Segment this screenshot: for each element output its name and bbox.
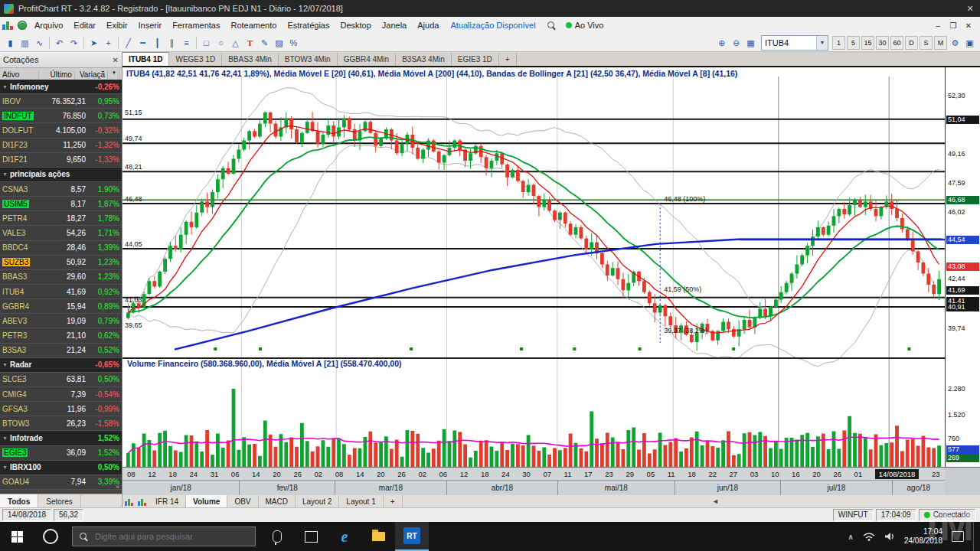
file-explorer-button[interactable] [361, 522, 395, 551]
quote-row[interactable]: PETR321,100,62% [0, 328, 122, 343]
timeframe-button-30[interactable]: 30 [876, 36, 889, 50]
update-available-link[interactable]: Atualização Disponível [444, 21, 541, 30]
indicator-pane-icon[interactable] [125, 497, 133, 506]
candlestick-chart[interactable]: 46,48 (100%)41,59 (50%)39,37 (38,2%)51,1… [122, 67, 945, 467]
menu-item-editar[interactable]: Editar [68, 17, 101, 34]
timeframe-button-5[interactable]: 5 [847, 36, 860, 50]
quote-row[interactable]: DI1F2311,250-1,32% [0, 139, 122, 153]
quote-row[interactable]: VALE354,261,71% [0, 226, 122, 240]
wifi-icon[interactable] [863, 532, 875, 541]
taskbar-clock[interactable]: 17:04 24/08/2018 [904, 527, 942, 546]
quote-row[interactable]: DOLFUT4.105,00-0,32% [0, 123, 122, 138]
quote-row[interactable]: SLCE363,810,50% [0, 373, 122, 387]
task-view-button[interactable] [294, 522, 328, 551]
notification-center-icon[interactable] [952, 531, 964, 542]
eraser-icon[interactable]: ▨ [273, 36, 286, 50]
menu-item-ferramentas[interactable]: Ferramentas [167, 17, 225, 34]
menu-item-roteamento[interactable]: Roteamento [225, 17, 282, 34]
timeframe-button-15[interactable]: 15 [861, 36, 874, 50]
zoom-in-icon[interactable]: ⊕ [715, 36, 728, 50]
indicator-tab[interactable]: OBV [227, 494, 258, 508]
menu-item-desktop[interactable]: Desktop [335, 17, 376, 34]
scroll-hint-icon[interactable]: » [116, 483, 119, 491]
settings-icon[interactable]: ⚙ [949, 36, 962, 50]
quote-row[interactable]: GFSA311,96-0,99% [0, 402, 122, 416]
fibonacci-icon[interactable]: ≡ [180, 36, 193, 50]
timeframe-button-S[interactable]: S [920, 36, 933, 50]
quote-row[interactable]: GGBR415,940,89% [0, 299, 122, 314]
column-ultimo[interactable]: Último [39, 70, 75, 79]
vertical-line-icon[interactable]: ┃ [151, 36, 164, 50]
close-window-icon[interactable]: ✕ [962, 21, 975, 30]
crosshair-icon[interactable]: + [102, 36, 115, 50]
search-input[interactable] [93, 531, 234, 542]
mic-button[interactable] [260, 522, 294, 551]
indicator-tab[interactable]: + [384, 494, 403, 508]
quote-row[interactable]: DI1F219,650-1,33% [0, 153, 122, 168]
grid-icon[interactable]: ▦ [744, 36, 757, 50]
x-axis-days[interactable]: 0812182431061420260208142026020612182430… [122, 467, 945, 480]
profitchart-taskbar-button[interactable]: RT [395, 522, 429, 551]
chart-tab[interactable]: + [499, 53, 517, 66]
quotes-group-header[interactable]: ▼Infomoney-0,26% [0, 80, 122, 94]
quote-row[interactable]: B3SA321,240,52% [0, 344, 122, 358]
quote-row[interactable]: BBDC428,461,39% [0, 241, 122, 256]
tab-scroll-left-icon[interactable]: ◄ [712, 497, 719, 505]
percent-icon[interactable]: % [287, 36, 300, 50]
undo-icon[interactable]: ↶ [53, 36, 66, 50]
menu-item-ajuda[interactable]: Ajuda [412, 17, 444, 34]
chart-tab[interactable]: ITUB4 1D [122, 52, 169, 66]
chart-icon[interactable] [2, 21, 13, 30]
candlestick-chart-icon[interactable]: ▮ [4, 36, 17, 50]
pointer-icon[interactable]: ➤ [87, 36, 100, 50]
indicator-tab[interactable]: Layout 1 [339, 494, 383, 508]
chart-tab[interactable]: WEGE3 1D [169, 53, 222, 66]
minimize-icon[interactable]: – [931, 21, 945, 30]
chart-tab[interactable]: EGIE3 1D [452, 53, 499, 66]
globe-icon[interactable] [18, 21, 27, 30]
taskbar-search[interactable] [72, 527, 256, 546]
symbol-combobox[interactable]: ITUB4 ▼ [761, 35, 828, 51]
price-axis[interactable]: 52,3051,0449,1647,5946,6846,0244,5443,08… [945, 67, 980, 467]
quotes-group-header[interactable]: ▼principais ações [0, 168, 122, 182]
column-ativo[interactable]: Ativo [0, 70, 39, 79]
line-chart-icon[interactable]: ∿ [33, 36, 46, 50]
zoom-out-icon[interactable]: ⊖ [730, 36, 743, 50]
text-tool-icon[interactable]: T [243, 36, 256, 50]
horizontal-line-icon[interactable]: ━ [136, 36, 149, 50]
close-icon[interactable]: ✕ [960, 4, 980, 14]
quote-row[interactable]: BTOW326,23-1,58% [0, 416, 122, 431]
chart-plot[interactable]: 46,48 (100%)41,59 (50%)39,37 (38,2%)51,1… [122, 66, 980, 494]
quotes-group-header[interactable]: ▼Radar-0,65% [0, 358, 122, 373]
ellipse-icon[interactable]: ○ [214, 36, 227, 50]
menu-item-inserir[interactable]: Inserir [133, 17, 168, 34]
footer-tab-todos[interactable]: Todos [0, 494, 38, 508]
quotes-close-icon[interactable]: ✕ [113, 56, 119, 64]
pencil-icon[interactable]: ✎ [258, 36, 271, 50]
quote-row[interactable]: IBOV76.352,310,95% [0, 94, 122, 109]
redo-icon[interactable]: ↷ [67, 36, 80, 50]
quote-row[interactable]: EGIE336,091,52% [0, 446, 122, 461]
footer-tab-setores[interactable]: Setores [38, 494, 80, 508]
quote-row[interactable]: USIM58,171,87% [0, 197, 122, 211]
menu-item-estratégias[interactable]: Estratégias [282, 17, 335, 34]
bar-chart-icon[interactable]: ▥ [18, 36, 31, 50]
timeframe-button-1[interactable]: 1 [832, 36, 845, 50]
show-desktop-button[interactable] [973, 522, 977, 551]
quote-row[interactable]: CMIG47,39-0,54% [0, 387, 122, 402]
chevron-down-icon[interactable]: ▼ [816, 36, 828, 50]
quotes-group-header[interactable]: ▼Infotrade1,52% [0, 431, 122, 445]
timeframe-button-60[interactable]: 60 [890, 36, 903, 50]
cortana-button[interactable] [34, 522, 67, 551]
search-icon[interactable] [547, 21, 557, 31]
speaker-icon[interactable] [884, 532, 895, 541]
quote-row[interactable]: PETR418,271,78% [0, 211, 122, 226]
start-button[interactable] [0, 522, 34, 551]
quote-row[interactable]: CSNA38,571,90% [0, 182, 122, 197]
x-axis-months[interactable]: jan/18fev/18mar/18abr/18mai/18jun/18jul/… [122, 480, 945, 495]
chart-tab[interactable]: GGBR4 4Min [338, 53, 396, 66]
menu-item-exibir[interactable]: Exibir [101, 17, 133, 34]
quote-row[interactable]: GOAU47,943,39% [0, 475, 122, 490]
chart-tab[interactable]: BBAS3 4Min [222, 53, 279, 66]
rectangle-icon[interactable]: □ [200, 36, 213, 50]
